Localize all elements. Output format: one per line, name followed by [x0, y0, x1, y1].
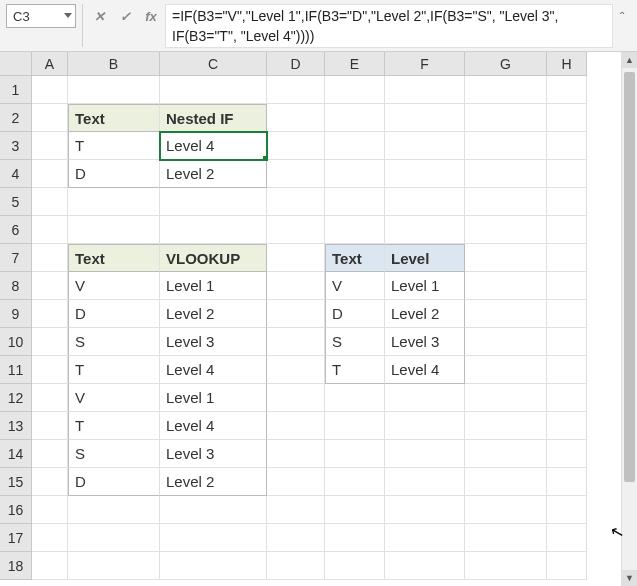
row-header[interactable]: 14 — [0, 440, 32, 468]
row-header[interactable]: 12 — [0, 384, 32, 412]
cell[interactable] — [385, 384, 465, 412]
cell[interactable] — [32, 356, 68, 384]
row-header[interactable]: 13 — [0, 412, 32, 440]
cell[interactable] — [465, 188, 547, 216]
column-header[interactable]: H — [547, 52, 587, 76]
cell[interactable] — [325, 216, 385, 244]
cell[interactable]: T — [68, 412, 160, 440]
cell[interactable]: Level 4 — [160, 412, 267, 440]
cell[interactable] — [68, 524, 160, 552]
cell[interactable] — [32, 300, 68, 328]
cell[interactable] — [547, 160, 587, 188]
row-header[interactable]: 7 — [0, 244, 32, 272]
cell[interactable] — [32, 188, 68, 216]
accept-icon[interactable]: ✓ — [117, 8, 133, 24]
cell[interactable] — [385, 104, 465, 132]
cell[interactable] — [267, 412, 325, 440]
cell[interactable] — [547, 440, 587, 468]
cell[interactable] — [325, 552, 385, 580]
cell[interactable]: V — [68, 272, 160, 300]
cell[interactable] — [465, 440, 547, 468]
cell[interactable] — [547, 104, 587, 132]
cell[interactable] — [32, 440, 68, 468]
row-header[interactable]: 5 — [0, 188, 32, 216]
cell[interactable] — [32, 104, 68, 132]
cell[interactable] — [267, 384, 325, 412]
cell[interactable] — [32, 272, 68, 300]
cell[interactable] — [32, 328, 68, 356]
cell[interactable] — [267, 188, 325, 216]
cell[interactable] — [547, 188, 587, 216]
spreadsheet-grid[interactable]: ABCDEFGH12TextNested IF3TLevel 44DLevel … — [0, 52, 587, 586]
column-header[interactable]: E — [325, 52, 385, 76]
scroll-up-icon[interactable]: ▲ — [622, 52, 637, 68]
cell[interactable] — [385, 440, 465, 468]
cell[interactable] — [385, 216, 465, 244]
cell[interactable]: Text — [68, 104, 160, 132]
cell[interactable] — [325, 468, 385, 496]
cell[interactable] — [267, 244, 325, 272]
cell[interactable]: D — [68, 300, 160, 328]
cell[interactable] — [267, 132, 325, 160]
cell[interactable] — [465, 328, 547, 356]
cell[interactable] — [267, 524, 325, 552]
cell[interactable] — [385, 524, 465, 552]
row-header[interactable]: 17 — [0, 524, 32, 552]
name-box[interactable]: C3 — [6, 4, 76, 28]
cell[interactable] — [325, 104, 385, 132]
cell[interactable]: S — [325, 328, 385, 356]
cell[interactable] — [32, 244, 68, 272]
scroll-thumb[interactable] — [624, 72, 635, 482]
cell[interactable] — [160, 524, 267, 552]
cell[interactable] — [267, 468, 325, 496]
cell[interactable]: Level 4 — [160, 356, 267, 384]
cell[interactable] — [267, 160, 325, 188]
cell[interactable] — [267, 496, 325, 524]
row-header[interactable]: 15 — [0, 468, 32, 496]
cell[interactable]: S — [68, 440, 160, 468]
cell[interactable]: Level — [385, 244, 465, 272]
cell[interactable] — [68, 552, 160, 580]
cell[interactable] — [32, 160, 68, 188]
cell[interactable] — [32, 76, 68, 104]
cell[interactable] — [267, 272, 325, 300]
cell[interactable] — [465, 412, 547, 440]
cell[interactable] — [267, 104, 325, 132]
cell[interactable] — [68, 188, 160, 216]
cell[interactable] — [32, 552, 68, 580]
cell[interactable] — [547, 328, 587, 356]
cell[interactable] — [465, 468, 547, 496]
cell[interactable] — [32, 216, 68, 244]
cell[interactable] — [465, 552, 547, 580]
cell[interactable] — [547, 412, 587, 440]
row-header[interactable]: 8 — [0, 272, 32, 300]
cell[interactable] — [32, 132, 68, 160]
cell[interactable] — [32, 384, 68, 412]
cell[interactable] — [325, 188, 385, 216]
cell[interactable]: Level 2 — [160, 468, 267, 496]
cell[interactable] — [325, 384, 385, 412]
cell[interactable] — [465, 384, 547, 412]
cell[interactable]: Level 3 — [385, 328, 465, 356]
cell[interactable] — [325, 412, 385, 440]
cell[interactable] — [325, 524, 385, 552]
cell[interactable]: Level 3 — [160, 328, 267, 356]
cell[interactable] — [547, 132, 587, 160]
column-header[interactable]: C — [160, 52, 267, 76]
cell[interactable] — [385, 188, 465, 216]
cell[interactable]: D — [68, 160, 160, 188]
cell[interactable] — [32, 468, 68, 496]
cell[interactable] — [385, 76, 465, 104]
cell[interactable] — [385, 468, 465, 496]
cell[interactable] — [325, 440, 385, 468]
cell[interactable]: Text — [68, 244, 160, 272]
cell[interactable] — [32, 524, 68, 552]
cell[interactable] — [547, 356, 587, 384]
cell[interactable]: T — [325, 356, 385, 384]
row-header[interactable]: 6 — [0, 216, 32, 244]
cell[interactable] — [547, 272, 587, 300]
cell[interactable]: V — [325, 272, 385, 300]
cell[interactable]: T — [68, 132, 160, 160]
column-header[interactable]: A — [32, 52, 68, 76]
cell[interactable]: Level 4 — [385, 356, 465, 384]
